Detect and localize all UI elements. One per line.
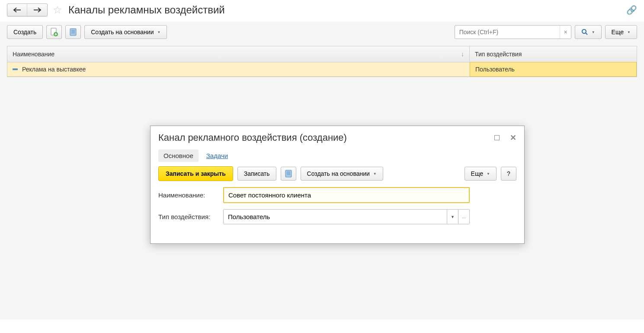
dialog-more-label: Еще bbox=[471, 170, 484, 177]
nav-back-button[interactable] bbox=[7, 4, 27, 16]
page-title: Каналы рекламных воздействий bbox=[68, 4, 225, 16]
svg-point-6 bbox=[582, 29, 586, 33]
save-close-label: Записать и закрыть bbox=[166, 170, 226, 177]
chevron-down-icon: ▼ bbox=[592, 30, 595, 34]
search-clear-button[interactable]: × bbox=[560, 26, 570, 39]
row-name-text: Реклама на выставкее bbox=[22, 66, 86, 73]
tab-tasks-label: Задачи bbox=[206, 152, 228, 159]
svg-line-7 bbox=[586, 33, 587, 35]
chevron-down-icon: ▼ bbox=[627, 30, 631, 34]
column-header-type[interactable]: Тип воздействия bbox=[470, 46, 637, 62]
type-select-wrap: ▼ … bbox=[223, 209, 470, 224]
row-type-text: Пользователь bbox=[475, 66, 515, 73]
create-button[interactable]: Создать bbox=[7, 25, 43, 39]
column-type-label: Тип воздействия bbox=[475, 51, 522, 58]
dialog-form: Наименование: Тип воздействия: ▼ … bbox=[151, 187, 524, 243]
nav-forward-button[interactable] bbox=[27, 4, 47, 16]
dialog-create-based-on-button[interactable]: Создать на основании ▼ bbox=[301, 167, 383, 181]
nav-buttons bbox=[7, 3, 48, 16]
table-header: Наименование ↓ Тип воздействия bbox=[7, 46, 637, 62]
favorite-star-icon[interactable]: ☆ bbox=[53, 4, 62, 16]
main-toolbar: Создать Создать на основании ▼ × ▼ Еще ▼ bbox=[0, 22, 644, 46]
create-based-on-label: Создать на основании bbox=[91, 29, 154, 36]
item-marker-icon bbox=[13, 68, 18, 70]
create-based-on-button[interactable]: Создать на основании ▼ bbox=[84, 25, 167, 39]
dialog-create-based-on-label: Создать на основании bbox=[307, 170, 370, 177]
type-label: Тип воздействия: bbox=[158, 213, 223, 220]
table-row[interactable]: Реклама на выставкее Пользователь bbox=[7, 62, 637, 77]
type-browse-button[interactable]: … bbox=[458, 210, 469, 224]
dialog-list-button[interactable] bbox=[281, 167, 296, 181]
name-label: Наименование: bbox=[158, 191, 223, 199]
new-document-button[interactable] bbox=[46, 25, 62, 39]
save-label: Записать bbox=[244, 170, 270, 177]
search-input[interactable] bbox=[455, 26, 560, 38]
chevron-down-icon: ▼ bbox=[373, 172, 377, 176]
column-name-label: Наименование bbox=[13, 51, 54, 58]
form-row-type: Тип воздействия: ▼ … bbox=[158, 209, 516, 224]
svg-rect-8 bbox=[285, 170, 292, 177]
search-box: × bbox=[455, 25, 571, 39]
type-dropdown-button[interactable]: ▼ bbox=[447, 210, 458, 224]
close-button[interactable]: ✕ bbox=[510, 133, 516, 142]
dialog-more-button[interactable]: Еще ▼ bbox=[465, 167, 497, 181]
dialog-header: Канал рекламного воздействия (создание) … bbox=[151, 126, 524, 144]
help-button[interactable]: ? bbox=[501, 167, 516, 181]
name-input[interactable] bbox=[223, 187, 470, 203]
create-dialog: Канал рекламного воздействия (создание) … bbox=[150, 126, 525, 244]
dialog-tabs: Основное Задачи bbox=[151, 144, 524, 164]
search-button[interactable]: ▼ bbox=[575, 25, 602, 39]
link-icon[interactable]: 🔗 bbox=[626, 5, 637, 15]
more-button[interactable]: Еще ▼ bbox=[605, 25, 637, 39]
more-button-label: Еще bbox=[612, 29, 624, 36]
tab-tasks[interactable]: Задачи bbox=[201, 149, 233, 162]
maximize-button[interactable] bbox=[494, 135, 500, 140]
save-button[interactable]: Записать bbox=[237, 167, 276, 181]
tab-main[interactable]: Основное bbox=[158, 149, 199, 162]
sort-arrow-icon: ↓ bbox=[461, 51, 464, 58]
dialog-title: Канал рекламного воздействия (создание) bbox=[158, 132, 347, 143]
create-button-label: Создать bbox=[13, 29, 36, 36]
form-row-name: Наименование: bbox=[158, 187, 516, 203]
data-table: Наименование ↓ Тип воздействия Реклама н… bbox=[7, 46, 637, 77]
column-header-name[interactable]: Наименование ↓ bbox=[7, 46, 470, 62]
type-select[interactable] bbox=[224, 210, 447, 224]
tab-main-label: Основное bbox=[163, 152, 193, 159]
chevron-down-icon: ▼ bbox=[487, 172, 490, 176]
cell-name: Реклама на выставкее bbox=[7, 62, 470, 76]
help-label: ? bbox=[507, 170, 510, 177]
cell-type: Пользователь bbox=[470, 62, 637, 77]
list-view-button[interactable] bbox=[65, 25, 81, 39]
dialog-controls: ✕ bbox=[494, 133, 516, 142]
save-close-button[interactable]: Записать и закрыть bbox=[158, 166, 233, 181]
dialog-toolbar: Записать и закрыть Записать Создать на о… bbox=[151, 164, 524, 187]
svg-rect-2 bbox=[70, 29, 76, 36]
page-header: ☆ Каналы рекламных воздействий 🔗 bbox=[0, 0, 644, 22]
chevron-down-icon: ▼ bbox=[157, 30, 160, 34]
